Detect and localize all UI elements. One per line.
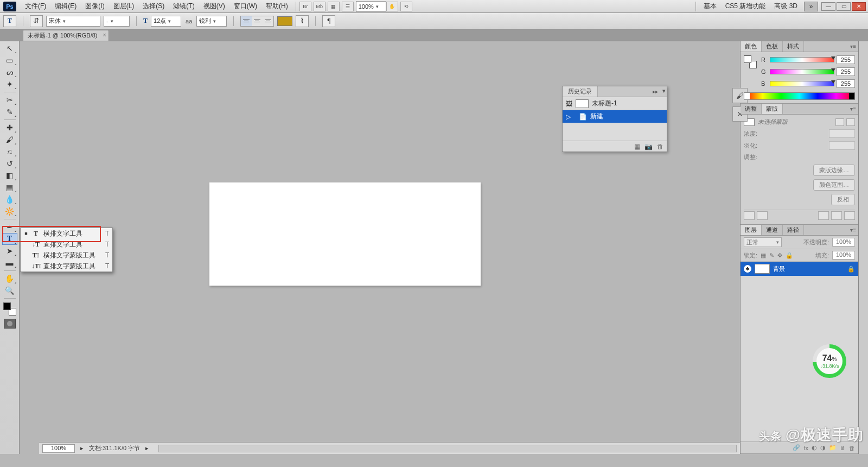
eyedropper-tool[interactable]: ✎ [2, 106, 17, 118]
new-snapshot-icon[interactable]: 📷 [644, 143, 653, 150]
document-canvas[interactable] [209, 182, 481, 286]
tab-layers[interactable]: 图层 [741, 225, 762, 235]
arrange-icon[interactable]: ☰ [342, 2, 354, 11]
new-doc-from-state-icon[interactable]: ▦ [634, 143, 640, 150]
tab-paths[interactable]: 路径 [783, 225, 804, 235]
delete-state-icon[interactable]: 🗑 [657, 143, 663, 150]
crop-tool[interactable]: ✂ [2, 94, 17, 106]
minibridge-icon[interactable]: Mb [314, 2, 326, 11]
rotate-view-icon[interactable]: ⟲ [400, 2, 412, 11]
hand-icon[interactable]: ✋ [386, 2, 398, 11]
quickmask-button[interactable] [4, 319, 16, 329]
visibility-icon[interactable] [744, 265, 751, 273]
opacity-input[interactable]: 100% [832, 238, 855, 247]
lock-all-icon[interactable]: 🔒 [786, 252, 793, 259]
mask-icon-4[interactable] [831, 211, 842, 220]
new-layer-icon[interactable]: 🗎 [840, 445, 846, 451]
align-right-button[interactable] [263, 16, 273, 26]
align-center-button[interactable] [252, 16, 263, 26]
vector-mask-icon[interactable] [846, 118, 855, 126]
b-slider[interactable] [770, 81, 834, 86]
h-scrollbar[interactable] [158, 445, 737, 452]
zoom-dropdown[interactable]: 100% [356, 1, 386, 12]
brush-tool[interactable]: 🖌 [2, 134, 17, 146]
mask-edge-button[interactable]: 蒙版边缘… [813, 165, 855, 176]
tab-color[interactable]: 颜色 [741, 41, 762, 52]
flyout-vertical-type-mask[interactable]: ↓T⃣ 直排文字蒙版工具 T [21, 261, 112, 272]
move-tool[interactable]: ↖ [2, 42, 17, 54]
blend-mode-dropdown[interactable]: 正常 [744, 237, 782, 247]
type-tool[interactable]: T [2, 233, 17, 245]
flyout-vertical-type[interactable]: ↓T 直排文字工具 T [21, 239, 112, 250]
r-value[interactable]: 255 [837, 55, 855, 64]
heal-tool[interactable]: ✚ [2, 122, 17, 134]
menu-filter[interactable]: 滤镜(T) [169, 1, 199, 12]
status-arrow[interactable]: ▸ [145, 445, 149, 452]
warp-text-icon[interactable]: ⌇ [296, 15, 309, 27]
zoom-input[interactable]: 100% [42, 444, 75, 453]
lock-brush-icon[interactable]: ✎ [769, 252, 774, 259]
menu-image[interactable]: 图像(I) [81, 1, 108, 12]
pen-tool[interactable]: ✒ [2, 221, 17, 233]
g-slider[interactable] [770, 69, 834, 74]
close-tab-icon[interactable]: × [103, 32, 106, 38]
blur-tool[interactable]: 💧 [2, 193, 17, 205]
color-ramp[interactable] [744, 92, 855, 100]
align-left-button[interactable] [241, 16, 252, 26]
fill-input[interactable]: 100% [832, 251, 855, 260]
color-range-button[interactable]: 颜色范围… [813, 179, 855, 191]
font-family-dropdown[interactable]: 宋体 [46, 16, 100, 27]
menu-select[interactable]: 选择(S) [138, 1, 169, 12]
workspace-cs5[interactable]: CS5 新增功能 [721, 2, 770, 11]
pixel-mask-icon[interactable] [835, 118, 844, 126]
mask-icon-2[interactable] [757, 211, 768, 220]
orientation-icon[interactable]: ⇵ [30, 15, 43, 27]
panel-menu-icon[interactable]: ▾≡ [850, 43, 856, 49]
history-step[interactable]: ▷ 📄 新建 [563, 110, 667, 123]
window-close-button[interactable]: ✕ [852, 2, 866, 11]
mask-icon-1[interactable] [744, 211, 755, 220]
invert-button[interactable]: 反相 [831, 194, 855, 205]
workspace-basic[interactable]: 基本 [699, 2, 721, 11]
history-brush-tool[interactable]: ↺ [2, 157, 17, 169]
flyout-horizontal-type[interactable]: ■ T 横排文字工具 T [21, 228, 112, 239]
delete-layer-icon[interactable]: 🗑 [849, 445, 855, 451]
flyout-horizontal-type-mask[interactable]: T⃣ 横排文字蒙版工具 T [21, 250, 112, 261]
foreground-background-swatch[interactable] [3, 302, 16, 315]
font-size-dropdown[interactable]: 12点 [151, 16, 181, 27]
layer-row[interactable]: 背景 🔒 [741, 262, 858, 276]
g-value[interactable]: 255 [837, 67, 855, 76]
antialias-dropdown[interactable]: 锐利 [196, 16, 227, 27]
panel-menu-icon[interactable]: ▾≡ [850, 227, 856, 233]
lock-pixels-icon[interactable]: ▦ [761, 252, 766, 259]
tab-styles[interactable]: 样式 [783, 41, 804, 52]
stamp-tool[interactable]: ⎌ [2, 146, 17, 157]
document-tab[interactable]: 未标题-1 @ 100%(RGB/8) × [23, 30, 109, 41]
tool-preset-icon[interactable]: T [3, 15, 16, 27]
panel-menu-icon[interactable]: ▸▸ [653, 89, 658, 94]
menu-help[interactable]: 帮助(H) [261, 1, 292, 12]
history-tab[interactable]: 历史记录 [563, 86, 598, 97]
color-fgbg[interactable] [744, 55, 757, 68]
history-source[interactable]: 🖼 未标题-1 [563, 97, 667, 110]
workspace-expand-button[interactable]: » [804, 2, 818, 11]
r-slider[interactable] [770, 57, 834, 62]
lock-move-icon[interactable]: ✥ [777, 252, 782, 259]
path-select-tool[interactable]: ➤ [2, 245, 17, 257]
marquee-tool[interactable]: ▭ [2, 54, 17, 66]
dock-edge[interactable] [858, 41, 868, 454]
menu-edit[interactable]: 编辑(E) [50, 1, 81, 12]
menu-layer[interactable]: 图层(L) [109, 1, 139, 12]
tab-adjust[interactable]: 调整 [741, 104, 762, 114]
panel-menu-icon[interactable]: ▾≡ [850, 106, 856, 112]
font-style-dropdown[interactable]: - [104, 16, 130, 27]
screenmode-icon[interactable]: ▦ [328, 2, 340, 11]
panel-collapse-icon[interactable]: ▾ [662, 87, 666, 94]
window-maximize-button[interactable]: ▭ [837, 2, 851, 11]
menu-file[interactable]: 文件(F) [21, 1, 50, 12]
bridge-icon[interactable]: Br [299, 2, 311, 11]
hand-tool[interactable]: ✋ [2, 273, 17, 285]
mask-delete-icon[interactable] [844, 211, 855, 220]
tab-channels[interactable]: 通道 [762, 225, 783, 235]
menu-view[interactable]: 视图(V) [199, 1, 229, 12]
